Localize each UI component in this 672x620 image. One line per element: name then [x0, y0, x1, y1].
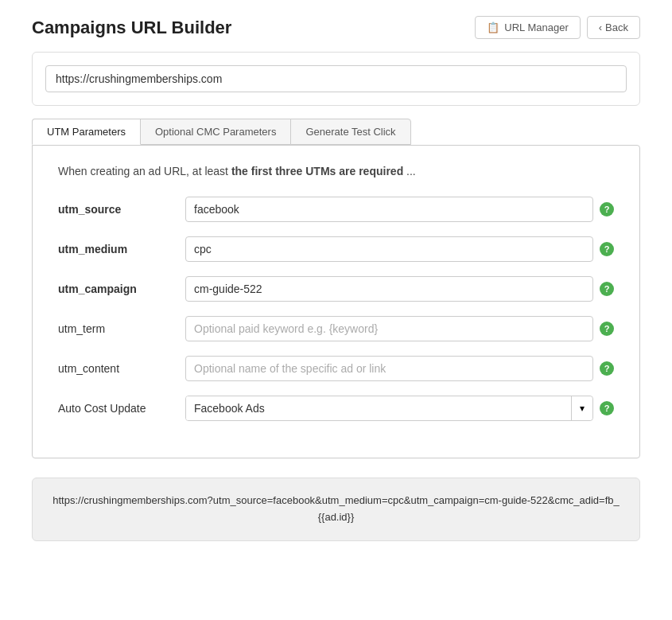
utm-campaign-input[interactable] — [185, 276, 593, 302]
utm-campaign-help-icon[interactable]: ? — [600, 282, 614, 296]
tab-optional-cmc[interactable]: Optional CMC Parameters — [140, 119, 291, 145]
utm-term-row: utm_term ? — [58, 316, 614, 341]
utm-campaign-input-wrap: ? — [185, 276, 614, 302]
description-prefix: When creating an ad URL, at least — [58, 165, 231, 177]
auto-cost-label: Auto Cost Update — [58, 402, 185, 415]
generated-url-bar: https://crushingmemberships.com?utm_sour… — [32, 478, 640, 541]
utm-source-input-wrap: ? — [185, 197, 614, 222]
url-manager-button[interactable]: 📋 URL Manager — [475, 16, 580, 39]
url-input-container — [32, 52, 640, 106]
back-arrow-icon: ‹ — [599, 21, 602, 33]
utm-source-row: utm_source ? — [58, 197, 614, 222]
utm-content-row: utm_content ? — [58, 356, 614, 381]
auto-cost-select[interactable]: Facebook Ads Google Ads None — [186, 396, 571, 420]
tab-utm-parameters[interactable]: UTM Parameters — [32, 119, 141, 145]
utm-content-help-icon[interactable]: ? — [600, 361, 614, 376]
utm-content-label: utm_content — [58, 362, 185, 375]
utm-campaign-row: utm_campaign ? — [58, 276, 614, 302]
auto-cost-help-icon[interactable]: ? — [600, 401, 614, 415]
utm-term-label: utm_term — [58, 322, 185, 335]
utm-content-input-wrap: ? — [185, 356, 614, 381]
auto-cost-input-wrap: Facebook Ads Google Ads None ▾ ? — [185, 396, 614, 421]
back-label: Back — [605, 21, 628, 33]
auto-cost-dropdown-group: Facebook Ads Google Ads None ▾ — [185, 396, 593, 421]
utm-source-help-icon[interactable]: ? — [600, 202, 614, 216]
utm-campaign-label: utm_campaign — [58, 283, 185, 295]
tab-description: When creating an ad URL, at least the fi… — [58, 165, 614, 177]
description-bold: the first three UTMs are required — [231, 165, 403, 177]
utm-source-label: utm_source — [58, 203, 185, 216]
url-manager-icon: 📋 — [487, 21, 499, 33]
auto-cost-dropdown-arrow[interactable]: ▾ — [571, 396, 592, 420]
header-actions: 📋 URL Manager ‹ Back — [475, 16, 640, 39]
utm-term-input-wrap: ? — [185, 316, 614, 341]
url-manager-label: URL Manager — [504, 21, 568, 33]
url-input[interactable] — [45, 65, 627, 92]
utm-medium-label: utm_medium — [58, 243, 185, 255]
utm-content-input[interactable] — [185, 356, 593, 381]
tab-generate-test-click[interactable]: Generate Test Click — [290, 119, 410, 145]
utm-medium-row: utm_medium ? — [58, 236, 614, 262]
back-button[interactable]: ‹ Back — [587, 16, 640, 39]
utm-term-input[interactable] — [185, 316, 593, 341]
chevron-down-icon: ▾ — [580, 403, 585, 414]
utm-medium-help-icon[interactable]: ? — [600, 242, 614, 256]
page-header: Campaigns URL Builder 📋 URL Manager ‹ Ba… — [0, 0, 672, 52]
description-suffix: ... — [403, 165, 416, 177]
tabs-section: UTM Parameters Optional CMC Parameters G… — [32, 119, 640, 458]
tabs-bar: UTM Parameters Optional CMC Parameters G… — [32, 119, 640, 145]
generated-url-text: https://crushingmemberships.com?utm_sour… — [52, 494, 619, 523]
page-title: Campaigns URL Builder — [32, 18, 231, 38]
utm-term-help-icon[interactable]: ? — [600, 322, 614, 336]
utm-medium-input[interactable] — [185, 236, 593, 262]
auto-cost-row: Auto Cost Update Facebook Ads Google Ads… — [58, 396, 614, 421]
utm-medium-input-wrap: ? — [185, 236, 614, 262]
utm-source-input[interactable] — [185, 197, 593, 222]
tab-content-utm: When creating an ad URL, at least the fi… — [32, 145, 640, 458]
